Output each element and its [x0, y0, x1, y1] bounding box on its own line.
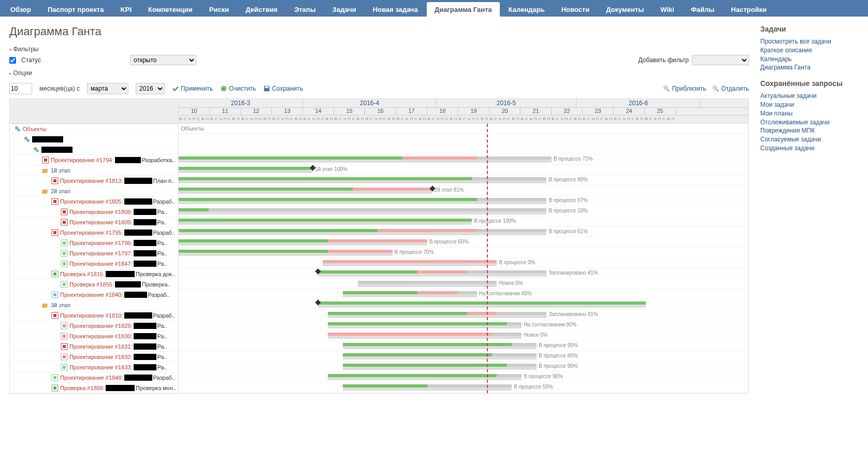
- gantt-bar-row: [179, 299, 748, 310]
- gantt-bar-row: Запланировано 41%: [179, 268, 748, 279]
- tab-0[interactable]: Обзор: [3, 2, 39, 17]
- sidebar-link[interactable]: Актуальные задачи: [760, 92, 862, 100]
- gantt-bar-row: 1й этап 100%: [179, 165, 748, 175]
- task-link[interactable]: Проверка #1868:: [60, 385, 105, 391]
- task-link[interactable]: Проектирование #1809:: [69, 219, 133, 225]
- tab-1[interactable]: Паспорт проекта: [40, 2, 111, 17]
- sidebar-link[interactable]: Мои планы: [760, 109, 862, 118]
- svg-rect-35: [63, 262, 66, 265]
- gantt-bar-row: Новое 0%: [179, 279, 748, 289]
- task-link[interactable]: Проектирование #1813:: [60, 178, 123, 184]
- gantt-bar-row: В процессе 87%: [179, 196, 748, 206]
- gantt-bar-row: В процессе 90%: [179, 362, 748, 372]
- svg-rect-20: [53, 179, 56, 182]
- task-link[interactable]: Проектирование #1830:: [69, 333, 133, 339]
- sidebar-link[interactable]: Календарь: [760, 55, 862, 64]
- tab-3[interactable]: Компетенции: [140, 2, 200, 17]
- sidebar-link[interactable]: Созданные задачи: [760, 144, 862, 153]
- task-link[interactable]: Проектирование #1795:: [60, 229, 123, 236]
- tab-14[interactable]: Файлы: [683, 2, 722, 17]
- task-link[interactable]: Проектирование #1796:: [69, 240, 133, 246]
- month-select[interactable]: марта: [87, 83, 128, 94]
- task-link[interactable]: Проектирование #1810:: [60, 312, 123, 319]
- sidebar-link[interactable]: Краткое описание: [760, 46, 862, 55]
- task-link[interactable]: Проектирование #1847:: [69, 261, 133, 267]
- gantt-chart: ОбъектыПроектирование #1794:Разработка..…: [9, 98, 749, 394]
- svg-rect-58: [53, 386, 56, 390]
- gantt-bar-row: В процессе 80%: [179, 175, 748, 185]
- svg-point-11: [17, 128, 20, 132]
- sidebar-link[interactable]: Диаграмма Ганта: [760, 63, 862, 72]
- gantt-row: Объекты: [10, 124, 178, 134]
- tab-10[interactable]: Календарь: [501, 2, 553, 17]
- gantt-row: Проектирование #1805:Разраб..: [10, 196, 178, 207]
- task-link[interactable]: Проектирование #1829:: [69, 323, 133, 329]
- tab-9[interactable]: Диаграмма Ганта: [427, 2, 500, 17]
- task-link[interactable]: Проектирование #1794:: [51, 157, 114, 163]
- add-filter-select[interactable]: [692, 55, 749, 65]
- gantt-row: Проектирование #1848:Разраб..: [10, 372, 178, 383]
- sidebar-link[interactable]: Повреждения МПК: [760, 126, 862, 135]
- task-link[interactable]: Проектирование #1832:: [69, 354, 133, 360]
- tab-7[interactable]: Задачи: [325, 2, 364, 17]
- tab-6[interactable]: Этапы: [286, 2, 324, 17]
- svg-rect-23: [53, 200, 56, 203]
- gantt-bar-row: В процессе 100%: [179, 217, 748, 227]
- task-link[interactable]: Проектирование #1848:: [60, 375, 123, 381]
- sidebar-link[interactable]: Согласуемые задачи: [760, 135, 862, 144]
- task-link[interactable]: Проверка #1855:: [69, 281, 114, 288]
- status-filter-checkbox[interactable]: [9, 57, 16, 64]
- tree-item[interactable]: Объекты: [23, 126, 46, 132]
- tree-item[interactable]: 3й этап: [51, 302, 70, 308]
- year-select[interactable]: 2016: [136, 83, 165, 94]
- tab-13[interactable]: Wiki: [653, 2, 682, 17]
- gantt-bar-row: В процессе 0%: [179, 258, 748, 268]
- gantt-bar-row: В процессе 61%: [179, 227, 748, 237]
- save-button[interactable]: Сохранить: [263, 85, 303, 92]
- gantt-bar-row: На согласовании 90%: [179, 320, 748, 330]
- apply-button[interactable]: Применить: [172, 85, 213, 92]
- tab-11[interactable]: Новости: [554, 2, 598, 17]
- status-filter-select[interactable]: открыто: [130, 55, 196, 65]
- svg-rect-18: [42, 169, 48, 173]
- gantt-row: Проектирование #1830:Ра..: [10, 331, 178, 341]
- tab-4[interactable]: Риски: [201, 2, 237, 17]
- tab-8[interactable]: Новая задача: [365, 2, 426, 17]
- task-link[interactable]: Проектирование #1805:: [60, 198, 123, 205]
- tab-2[interactable]: KPI: [112, 2, 139, 17]
- sidebar-link[interactable]: Просмотреть все задачи: [760, 37, 862, 46]
- gantt-bar-row: В процессе 90%: [179, 372, 748, 382]
- gantt-row: Проектирование #1795:Разраб..: [10, 227, 178, 238]
- task-link[interactable]: Проектирование #1797:: [69, 250, 133, 256]
- months-label: месяцев(ца) с: [39, 85, 80, 92]
- svg-rect-39: [63, 283, 66, 286]
- tab-5[interactable]: Действия: [238, 2, 285, 17]
- svg-point-15: [36, 149, 39, 152]
- sidebar-link[interactable]: Отслеживаемые задачи: [760, 118, 862, 127]
- svg-rect-52: [63, 355, 66, 358]
- zoom-out-button[interactable]: Отдалить: [712, 85, 749, 92]
- gantt-row: Проверка #1855:Проверка..: [10, 279, 178, 290]
- options-toggle[interactable]: Опции: [9, 69, 749, 77]
- clear-button[interactable]: Очистить: [220, 85, 256, 92]
- months-input[interactable]: [9, 83, 32, 94]
- gantt-row: Проектирование #1808:Ра..: [10, 207, 178, 217]
- gantt-bar-row: [179, 144, 748, 154]
- filters-toggle[interactable]: Фильтры: [9, 46, 749, 53]
- tree-item[interactable]: 1й этап: [51, 167, 70, 174]
- tab-15[interactable]: Настройки: [724, 2, 775, 17]
- tab-12[interactable]: Документы: [598, 2, 652, 17]
- gantt-row: Проверка #1815:Проверка док..: [10, 269, 178, 279]
- sidebar-link[interactable]: Мои задачи: [760, 100, 862, 109]
- task-link[interactable]: Проектирование #1833:: [69, 364, 133, 370]
- zoom-in-button[interactable]: Приблизить: [663, 85, 706, 92]
- tree-item[interactable]: 2й этап: [51, 188, 70, 194]
- svg-point-13: [26, 139, 30, 142]
- task-link[interactable]: Проверка #1815:: [60, 271, 105, 277]
- gantt-row: Проектирование #1813:План п..: [10, 176, 178, 186]
- task-link[interactable]: Проектирование #1831:: [69, 343, 133, 350]
- task-link[interactable]: Проектирование #1840:: [60, 292, 123, 298]
- task-link[interactable]: Проектирование #1808:: [69, 209, 133, 215]
- svg-rect-2: [265, 87, 269, 89]
- gantt-row: Проектирование #1832:Ра..: [10, 352, 178, 362]
